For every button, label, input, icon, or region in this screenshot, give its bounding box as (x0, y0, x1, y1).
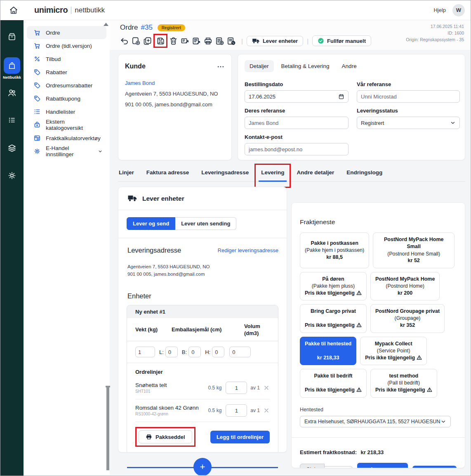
cancel-order-icon[interactable] (226, 36, 236, 46)
duplicate-order-icon[interactable] (142, 36, 152, 46)
undo-icon[interactable] (119, 36, 129, 46)
tab-linjer[interactable]: Linjer (118, 166, 135, 182)
rail-item-archive[interactable] (0, 32, 24, 42)
catalog-icon (33, 121, 41, 129)
freight-option[interactable]: Mypack Collect (Service Point) Pris ikke… (360, 337, 427, 365)
rail-item-nettbutikk[interactable]: Nettbutikk (0, 57, 24, 80)
sidebar-item-ehandel-innstillinger[interactable]: E-Handel innstillinger (27, 145, 106, 158)
scroll-up-arrow[interactable] (104, 23, 108, 26)
sidebar-item-ordre-tidl[interactable]: Ordre (tidl.versjon) (27, 39, 106, 52)
our-ref-input[interactable] (357, 90, 460, 103)
tab-detaljer[interactable]: Detaljer (245, 60, 274, 72)
weight-input[interactable] (135, 347, 155, 357)
height-input[interactable] (212, 347, 224, 357)
tab-andre[interactable]: Andre (337, 60, 362, 72)
avatar[interactable]: W (452, 4, 465, 16)
add-order-lines-button[interactable]: Legg til ordrelinjer (210, 431, 270, 443)
sidebar-item-ordre[interactable]: Ordre (27, 26, 106, 39)
contact-email-input[interactable] (245, 143, 349, 155)
tab-andre-detaljer[interactable]: Andre detaljer (296, 166, 335, 182)
pickup-point-label: Hentested (300, 407, 457, 413)
tab-levering[interactable]: Levering (260, 166, 285, 182)
remove-line-icon[interactable] (263, 407, 270, 414)
brand-logo[interactable]: unimicro nettbutikk (34, 5, 105, 15)
sidebar-item-rabatter[interactable]: Rabatter (27, 66, 106, 79)
page-title: Ordre (120, 23, 138, 32)
deliver-without-sending-button[interactable]: Lever uten sending (175, 217, 236, 230)
deliver-and-send-button[interactable]: Lever og send (127, 217, 175, 230)
line-qty-input[interactable] (226, 382, 247, 394)
freight-option[interactable]: Pakke til bedrift Pris ikke tilgjengelig (300, 369, 367, 397)
width-input[interactable] (188, 347, 201, 357)
sidebar-item-label: Tilbud (46, 56, 61, 62)
sidebar-item-fraktkalkulator[interactable]: Fraktkalkulatorverktøy (27, 131, 106, 145)
order-number-link[interactable]: #35 (141, 23, 152, 32)
length-input[interactable] (165, 347, 178, 357)
rail-item-customers[interactable] (0, 88, 24, 98)
unit-card: Ny enhet #1 Vekt (kg) Emballasjemål (cm)… (127, 305, 278, 453)
rail-item-layers[interactable] (0, 143, 24, 153)
packing-slip-button[interactable]: Pakkseddel (139, 430, 192, 443)
gear-icon (33, 148, 41, 155)
sidebar-item-ekstern-katalog[interactable]: Ekstern katalogoversikt (27, 118, 106, 131)
rail-item-lists[interactable] (0, 115, 24, 125)
sidebar-item-ordresumsrabatter[interactable]: Ordresumsrabatter (27, 79, 106, 92)
line-qty-input[interactable] (226, 404, 247, 417)
export-order-icon[interactable] (191, 36, 201, 46)
add-unit-button[interactable]: + (193, 458, 212, 475)
order-line-row: Romsdal skoen 42 Grønn RS1000-42-grønn 0… (135, 399, 270, 422)
delete-icon[interactable] (168, 36, 178, 46)
tab-betaling-levering[interactable]: Betaling & Levering (276, 60, 334, 72)
tag-icon (33, 82, 41, 89)
annotation-box-levering (254, 164, 291, 188)
customer-name-link[interactable]: James Bond (125, 80, 225, 86)
printer-icon (146, 434, 152, 440)
pickup-point-select[interactable]: Extra Helsehuset, SØRHAUGGATA 115, 5527 … (300, 416, 451, 427)
freight-option[interactable]: På døren (Pakke hjem pluss) Pris ikke ti… (300, 272, 367, 300)
freight-option[interactable]: PostNord Groupage privat (Groupage) kr 3… (370, 304, 445, 333)
save-button[interactable]: Lagre (412, 466, 457, 468)
edit-address-link[interactable]: Rediger leveringsadresse (218, 247, 278, 253)
freight-option[interactable]: PostNord MyPack Home Small (Postnord Hom… (373, 232, 455, 268)
complete-manually-button[interactable]: Fullfør manuelt (312, 35, 371, 46)
print-option-select[interactable]: Ingen (325, 466, 353, 468)
print-button[interactable]: Skriv ut (300, 464, 325, 468)
people-icon (7, 88, 17, 98)
freight-option-selected[interactable]: Pakke til hentested kr 218,33 (300, 337, 356, 365)
freight-option[interactable]: Bring Cargo privat Pris ikke tilgjengeli… (300, 304, 367, 333)
topbar-right: Hjelp W (433, 4, 471, 16)
rail-item-settings[interactable] (0, 171, 24, 181)
freight-panel: Fraktjeneste Pakke i postkassen (Pakke h… (291, 202, 465, 468)
warning-icon (356, 290, 362, 295)
add-lines-icon[interactable] (214, 36, 224, 46)
save-and-transfer-button[interactable]: Lagre og overfør (357, 463, 408, 468)
freight-option[interactable]: test method (Pall til bedrift) Pris ikke… (370, 369, 437, 397)
freight-option[interactable]: Pakke i postkassen (Pakke hjem i postkas… (300, 232, 369, 268)
transfer-order-icon[interactable] (180, 36, 190, 46)
freight-option[interactable]: PostNord MyPack Home (Postnord Home) kr … (370, 272, 440, 300)
print-icon[interactable] (203, 36, 213, 46)
scrollbar-thumb[interactable] (106, 386, 109, 470)
home-icon[interactable] (9, 5, 19, 15)
delivery-status-label: Leveringsstatus (357, 108, 460, 114)
order-id: ID: 1600 (406, 30, 464, 37)
save-icon[interactable] (155, 36, 165, 46)
tab-faktura-adresse[interactable]: Faktura adresse (146, 166, 190, 182)
tab-leveringsadresse[interactable]: Leveringsadresse (200, 166, 250, 182)
volume-input[interactable] (229, 347, 251, 357)
sidebar-item-tilbud[interactable]: Tilbud (27, 52, 106, 66)
more-menu-icon[interactable] (217, 63, 225, 71)
warning-icon (427, 387, 432, 392)
new-order-icon[interactable] (131, 36, 141, 46)
help-link[interactable]: Hjelp (433, 7, 446, 13)
sidebar-item-handlelister[interactable]: Handlelister (27, 105, 106, 118)
deliver-units-button[interactable]: Lever enheter (247, 36, 303, 46)
line-sku: RS1000-42-grønn (135, 412, 208, 416)
order-date-input[interactable]: 17.06.2025 (245, 90, 349, 103)
sidebar-item-rabattkupong[interactable]: Rabattkupong (27, 92, 106, 105)
remove-line-icon[interactable] (263, 385, 270, 391)
tab-endringslogg[interactable]: Endringslogg (346, 166, 383, 182)
their-ref-input[interactable] (245, 117, 349, 129)
line-of-total: av 1 (250, 408, 260, 413)
delivery-status-select[interactable]: Registrert (357, 117, 460, 129)
